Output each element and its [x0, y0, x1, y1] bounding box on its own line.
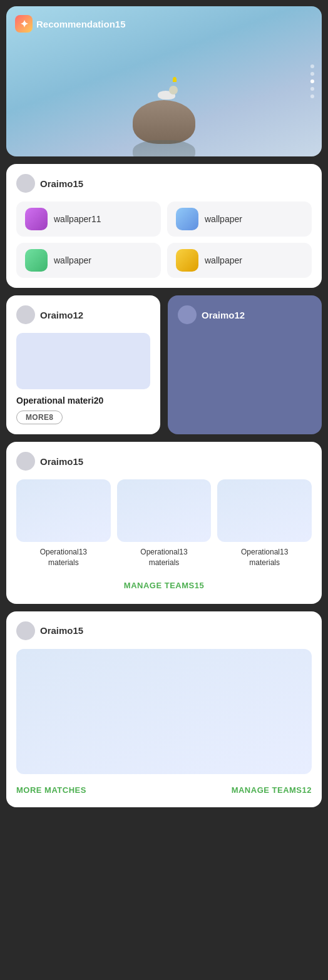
hero-icon: ✦ — [15, 15, 33, 33]
team-preview-1 — [16, 479, 111, 542]
wallpaper-card: Oraimo15 wallpaper11 wallpaper wallpaper… — [6, 164, 322, 288]
bottom-card: Oraimo15 MORE MATCHES MANAGE TEAMS12 — [6, 611, 322, 807]
right-card-header: Oraimo12 — [178, 305, 312, 324]
avatar-right — [178, 305, 197, 324]
list-item[interactable]: Operational13materials — [117, 479, 212, 568]
rock-reflection — [133, 140, 195, 156]
wallpaper-label-1: wallpaper11 — [54, 214, 101, 224]
right-card-title: Oraimo12 — [202, 310, 245, 320]
avatar-bottom — [16, 621, 35, 640]
wallpaper-label-3: wallpaper — [54, 255, 91, 265]
list-item[interactable]: Operational13materials — [16, 479, 111, 568]
list-item[interactable]: wallpaper — [167, 243, 312, 278]
operational-card-left: Oraimo12 Operational materi20 MORE8 — [6, 295, 160, 434]
more-matches-button[interactable]: MORE MATCHES — [16, 785, 86, 795]
teams-card: Oraimo15 Operational13materials Operatio… — [6, 442, 322, 604]
team-label-1: Operational13materials — [40, 547, 87, 568]
dot-1[interactable] — [310, 64, 314, 68]
avatar-left — [16, 305, 35, 324]
hero-image — [101, 31, 227, 144]
list-item[interactable]: wallpaper — [16, 243, 161, 278]
wallpaper-card-header: Oraimo15 — [16, 174, 312, 193]
big-preview-image — [16, 649, 312, 774]
bird-head — [169, 86, 178, 94]
bottom-card-header: Oraimo15 — [16, 621, 312, 640]
wallpaper-card-title: Oraimo15 — [40, 178, 83, 189]
wallpaper-thumb-1 — [25, 208, 48, 230]
bird-crown — [173, 77, 177, 82]
team-grid: Operational13materials Operational13mate… — [16, 479, 312, 568]
avatar-teams — [16, 452, 35, 471]
dot-5[interactable] — [310, 94, 314, 98]
operational-card-right: Oraimo12 — [168, 295, 322, 434]
dot-4[interactable] — [310, 87, 314, 91]
wallpaper-label-4: wallpaper — [205, 255, 242, 265]
bird-body — [158, 91, 175, 100]
card-footer: MORE MATCHES MANAGE TEAMS12 — [16, 783, 312, 797]
wallpaper-label-2: wallpaper — [205, 214, 242, 224]
wallpaper-thumb-2 — [176, 208, 198, 230]
team-label-3: Operational13materials — [241, 547, 288, 568]
wallpaper-thumb-4 — [176, 249, 198, 272]
dot-2[interactable] — [310, 72, 314, 76]
team-label-2: Operational13materials — [140, 547, 187, 568]
team-preview-3 — [217, 479, 312, 542]
wallpaper-thumb-3 — [25, 249, 48, 272]
list-item[interactable]: Operational13materials — [217, 479, 312, 568]
content-preview-left — [16, 333, 150, 389]
content-title-left: Operational materi20 — [16, 396, 150, 406]
bird-figure — [158, 91, 177, 103]
hero-title: Recommendation15 — [36, 19, 126, 29]
rock-shape — [133, 100, 195, 144]
manage-teams-button[interactable]: MANAGE TEAMS15 — [16, 577, 312, 594]
manage-teams-12-button[interactable]: MANAGE TEAMS12 — [232, 785, 312, 795]
left-card-header: Oraimo12 — [16, 305, 150, 324]
avatar — [16, 174, 35, 193]
split-row: Oraimo12 Operational materi20 MORE8 Orai… — [6, 295, 322, 434]
team-preview-2 — [117, 479, 212, 542]
more-button[interactable]: MORE8 — [16, 411, 63, 424]
teams-card-title: Oraimo15 — [40, 456, 83, 467]
wallpaper-grid: wallpaper11 wallpaper wallpaper wallpape… — [16, 202, 312, 278]
list-item[interactable]: wallpaper11 — [16, 202, 161, 237]
hero-label: ✦ Recommendation15 — [15, 15, 126, 33]
teams-card-header: Oraimo15 — [16, 452, 312, 471]
hero-card: ✦ Recommendation15 — [6, 6, 322, 156]
bottom-card-title: Oraimo15 — [40, 625, 83, 636]
list-item[interactable]: wallpaper — [167, 202, 312, 237]
dot-3-active[interactable] — [310, 79, 314, 83]
hero-pagination — [310, 64, 314, 98]
left-card-title: Oraimo12 — [40, 310, 83, 320]
